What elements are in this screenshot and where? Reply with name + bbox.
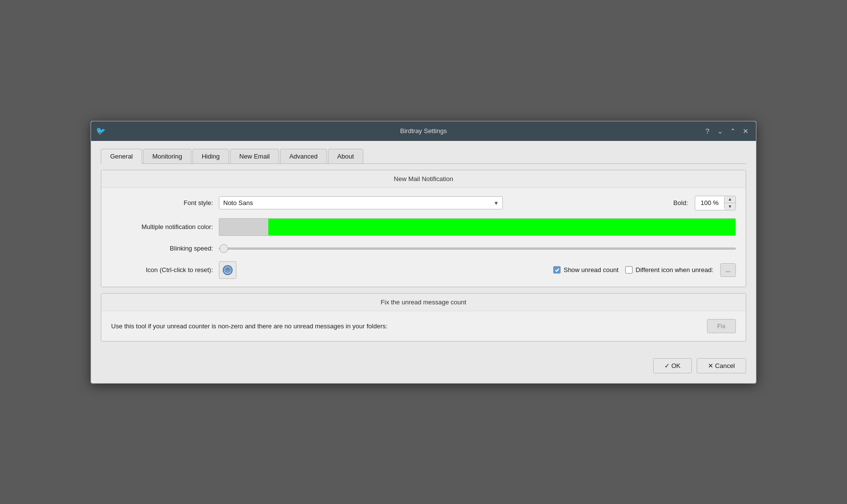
- fix-description: Use this tool if your unread counter is …: [111, 322, 701, 330]
- maximize-button[interactable]: ⌃: [728, 126, 738, 137]
- bold-value: 100 %: [695, 197, 725, 208]
- titlebar-controls: ? ⌄ ⌃ ✕: [702, 126, 751, 137]
- icon-right-options: Show unread count Different icon when un…: [553, 263, 736, 277]
- font-style-select[interactable]: Noto Sans: [219, 196, 503, 209]
- main-window: 🐦 Birdtray Settings ? ⌄ ⌃ ✕ General Moni…: [91, 121, 756, 384]
- font-style-label: Font style:: [111, 199, 219, 206]
- fix-panel-title: Fix the unread message count: [101, 294, 746, 311]
- spinbox-down-button[interactable]: ▼: [725, 203, 735, 210]
- diff-icon-option[interactable]: Different icon when unread:: [625, 266, 713, 274]
- icon-button[interactable]: [219, 261, 236, 279]
- tab-advanced[interactable]: Advanced: [280, 149, 327, 163]
- notification-panel-title: New Mail Notification: [101, 170, 746, 188]
- app-icon: 🐦: [96, 126, 106, 136]
- blinking-label: Blinking speed:: [111, 245, 219, 252]
- notification-panel: New Mail Notification Font style: Noto S…: [101, 170, 746, 287]
- tab-new-email[interactable]: New Email: [230, 149, 279, 163]
- color-label: Multiple notification color:: [111, 223, 219, 230]
- blinking-row: Blinking speed:: [111, 244, 736, 253]
- tab-general[interactable]: General: [101, 149, 142, 164]
- blinking-slider[interactable]: [219, 244, 736, 253]
- window-title: Birdtray Settings: [400, 127, 447, 135]
- minimize-button[interactable]: ⌄: [715, 126, 726, 137]
- cancel-button[interactable]: ✕ Cancel: [697, 358, 746, 373]
- tab-about[interactable]: About: [328, 149, 363, 163]
- bottom-bar: ✓ OK ✕ Cancel: [101, 353, 746, 373]
- icon-row: Icon (Ctrl-click to reset):: [111, 261, 736, 279]
- color-row: Multiple notification color:: [111, 218, 736, 236]
- fix-panel-body: Use this tool if your unread counter is …: [101, 311, 746, 341]
- fix-button[interactable]: Fix: [707, 319, 736, 333]
- checkbox-checkmark-icon: [555, 268, 560, 273]
- help-button[interactable]: ?: [702, 126, 713, 137]
- icon-label: Icon (Ctrl-click to reset):: [111, 266, 219, 274]
- show-unread-label: Show unread count: [564, 266, 618, 274]
- notification-panel-body: Font style: Noto Sans ▼ Bold: 100 %: [101, 188, 746, 287]
- ok-button[interactable]: ✓ OK: [653, 358, 692, 373]
- diff-icon-checkbox[interactable]: [625, 266, 633, 274]
- color-preview[interactable]: [219, 218, 736, 236]
- show-unread-option[interactable]: Show unread count: [553, 266, 618, 274]
- font-style-row: Font style: Noto Sans ▼ Bold: 100 %: [111, 196, 736, 210]
- color-preview-green: [268, 219, 735, 235]
- fix-panel: Fix the unread message count Use this to…: [101, 293, 746, 342]
- tab-monitoring[interactable]: Monitoring: [143, 149, 191, 163]
- tab-bar: General Monitoring Hiding New Email Adva…: [101, 149, 746, 164]
- font-left: Font style: Noto Sans ▼: [111, 196, 673, 209]
- titlebar: 🐦 Birdtray Settings ? ⌄ ⌃ ✕: [91, 121, 756, 141]
- show-unread-checkbox[interactable]: [553, 266, 561, 274]
- diff-icon-label: Different icon when unread:: [635, 266, 713, 274]
- window-body: General Monitoring Hiding New Email Adva…: [91, 141, 756, 383]
- bold-label: Bold:: [673, 199, 688, 206]
- bold-spinbox: 100 % ▲ ▼: [695, 196, 736, 210]
- birdtray-icon: [222, 265, 233, 275]
- font-right: Bold: 100 % ▲ ▼: [673, 196, 736, 210]
- ellipsis-button[interactable]: ...: [720, 263, 736, 277]
- spinbox-up-button[interactable]: ▲: [725, 196, 735, 203]
- spinbox-buttons: ▲ ▼: [725, 196, 735, 210]
- tab-hiding[interactable]: Hiding: [192, 149, 229, 163]
- titlebar-left: 🐦: [96, 126, 106, 136]
- font-style-select-wrapper: Noto Sans ▼: [219, 196, 503, 209]
- color-preview-left: [219, 219, 268, 235]
- close-button[interactable]: ✕: [740, 126, 751, 137]
